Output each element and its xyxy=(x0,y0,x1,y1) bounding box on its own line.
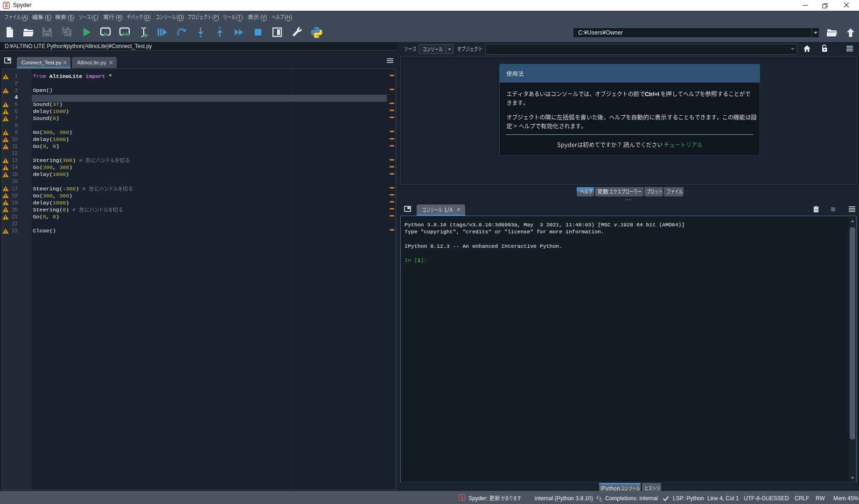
svg-text:S: S xyxy=(461,495,463,500)
svg-text:S: S xyxy=(5,2,8,8)
